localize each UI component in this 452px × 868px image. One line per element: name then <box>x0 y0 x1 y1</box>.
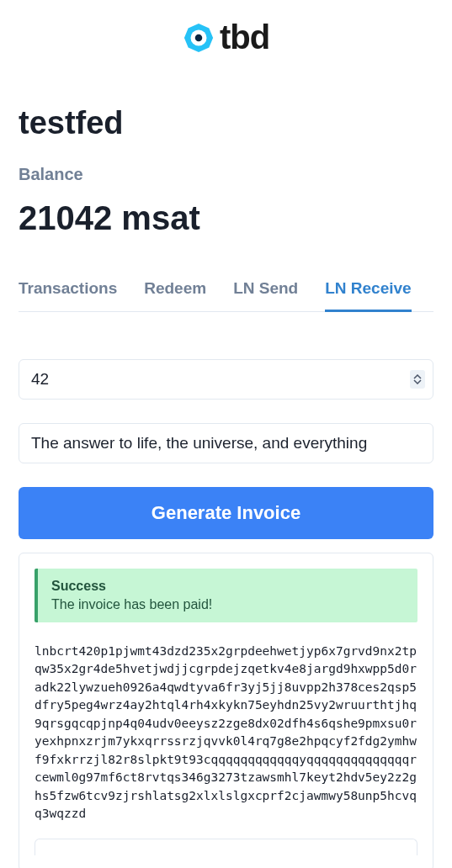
page-title: testfed <box>19 105 433 141</box>
amount-stepper[interactable] <box>410 370 425 389</box>
svg-point-2 <box>195 34 203 41</box>
balance-label: Balance <box>19 165 433 184</box>
memo-input[interactable] <box>19 423 433 463</box>
invoice-card: Success The invoice has been paid! lnbcr… <box>19 553 433 868</box>
brand-logo: tbd <box>183 19 269 56</box>
alert-title: Success <box>51 579 404 594</box>
sub-card <box>35 839 417 855</box>
invoice-string: lnbcrt420p1pjwmt43dzd235x2grpdeehwetjyp6… <box>35 643 417 823</box>
tab-transactions[interactable]: Transactions <box>19 279 117 312</box>
balance-value: 21042 msat <box>19 199 433 237</box>
tabs: Transactions Redeem LN Send LN Receive <box>19 279 433 312</box>
chevron-down-icon <box>413 379 422 384</box>
success-alert: Success The invoice has been paid! <box>35 569 417 622</box>
brand-name: tbd <box>220 19 269 56</box>
generate-invoice-button[interactable]: Generate Invoice <box>19 487 433 539</box>
alert-message: The invoice has been paid! <box>51 597 404 612</box>
header: tbd <box>0 0 452 71</box>
logo-icon <box>183 22 215 54</box>
amount-input[interactable] <box>19 359 433 400</box>
tab-ln-send[interactable]: LN Send <box>233 279 298 312</box>
tab-ln-receive[interactable]: LN Receive <box>325 279 411 312</box>
tab-redeem[interactable]: Redeem <box>144 279 206 312</box>
